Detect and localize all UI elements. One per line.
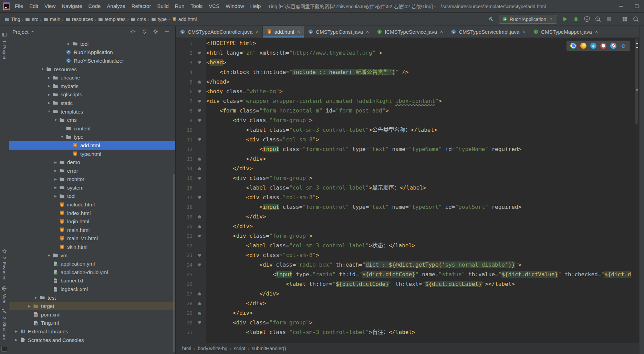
editor-scrollbar[interactable] xyxy=(634,38,639,343)
scrollbar-thumb[interactable] xyxy=(635,39,638,125)
chevron-right-icon[interactable]: ▶ xyxy=(46,254,52,257)
edge-icon[interactable]: e xyxy=(620,43,626,49)
chevron-down-icon[interactable]: ▼ xyxy=(46,110,52,113)
breadcrumb-item-add-html[interactable]: 5add.html xyxy=(171,17,198,22)
menu-window[interactable]: Window xyxy=(222,0,247,12)
tree-item-resources[interactable]: ▼resources xyxy=(9,65,175,74)
fold-marker-icon[interactable] xyxy=(193,289,206,299)
fold-marker-icon[interactable] xyxy=(193,173,206,183)
maximize-button[interactable] xyxy=(629,0,644,12)
chevron-right-icon[interactable]: ▶ xyxy=(52,161,59,164)
fold-marker-icon[interactable] xyxy=(193,299,206,308)
build-hammer-icon[interactable] xyxy=(488,16,494,22)
breadcrumb-item-cms[interactable]: cms xyxy=(129,17,147,22)
tree-item-demo[interactable]: ▶demo xyxy=(9,158,175,167)
menu-view[interactable]: View xyxy=(41,0,59,12)
tree-item-test[interactable]: ▶test xyxy=(9,293,175,302)
tree-item-external-libraries[interactable]: ▶External Libraries xyxy=(9,327,175,336)
tree-item-cms[interactable]: ▼cms xyxy=(9,116,175,124)
tree-item-content[interactable]: content xyxy=(9,124,175,133)
tab-cmstypeaddcontroller-java[interactable]: CCMSTypeAddController.java× xyxy=(176,26,263,37)
close-icon[interactable]: × xyxy=(522,29,525,34)
fold-marker-icon[interactable] xyxy=(193,106,206,116)
tool-button-z-structure[interactable]: Z: Structure xyxy=(2,317,7,340)
editor[interactable]: 1<!DOCTYPE html>2<html lang="zh" xmlns:t… xyxy=(176,38,639,343)
fold-marker-icon[interactable] xyxy=(193,48,206,58)
chevron-down-icon[interactable]: ▼ xyxy=(52,118,59,122)
run-config-select[interactable]: RuoYiApplication xyxy=(499,15,557,24)
tree-item-templates[interactable]: ▼templates xyxy=(9,107,175,116)
chevron-right-icon[interactable]: ▶ xyxy=(33,296,39,299)
tab-icmstypeservice-java[interactable]: IICMSTypeService.java× xyxy=(373,26,447,37)
tool-button-2-favorites[interactable]: 2: Favorites xyxy=(2,257,7,280)
tree-item-type-html[interactable]: 5type.html xyxy=(9,150,175,158)
tree-item-main-html[interactable]: 5main.html xyxy=(9,226,175,234)
menu-refactor[interactable]: Refactor xyxy=(128,0,154,12)
opera-icon[interactable] xyxy=(600,43,606,49)
tab-cmstypeconst-java[interactable]: CCMSTypeConst.java× xyxy=(304,26,373,37)
fold-marker-icon[interactable] xyxy=(193,231,206,241)
menu-tools[interactable]: Tools xyxy=(187,0,206,12)
chevron-right-icon[interactable]: ▶ xyxy=(13,338,20,342)
safari-icon[interactable] xyxy=(610,43,616,49)
breadcrumb-item-ting[interactable]: Ting xyxy=(3,17,21,22)
tree-item-include-html[interactable]: 5include.html xyxy=(9,200,175,209)
tree-item-login-html[interactable]: 5login.html xyxy=(9,217,175,226)
menu-help[interactable]: Help xyxy=(247,0,264,12)
breadcrumb-html[interactable]: html xyxy=(181,346,193,351)
tab-add-html[interactable]: 5add.html× xyxy=(263,26,304,37)
tree-item-add-html[interactable]: 5add.html xyxy=(9,141,175,150)
tree-item-application-druid-yml[interactable]: application-druid.yml xyxy=(9,268,175,277)
tree-item-tool[interactable]: ▶tool xyxy=(9,192,175,201)
project-tree-scrollbar[interactable] xyxy=(173,174,175,353)
chevron-right-icon[interactable]: ▶ xyxy=(46,93,52,96)
chevron-right-icon[interactable]: ▶ xyxy=(52,178,59,181)
tool-window-switcher-icon[interactable] xyxy=(1,347,7,352)
close-icon[interactable]: × xyxy=(595,29,598,34)
chrome-icon[interactable] xyxy=(570,43,577,49)
fold-marker-icon[interactable] xyxy=(193,164,206,173)
tree-item-application-yml[interactable]: application.yml xyxy=(9,259,175,268)
breadcrumb-item-templates[interactable]: templates xyxy=(97,17,127,22)
locate-file-icon[interactable] xyxy=(128,29,138,34)
debug-button[interactable] xyxy=(573,16,579,22)
tab-cmstypemapper-java[interactable]: ICMSTypeMapper.java× xyxy=(529,26,602,37)
menu-analyze[interactable]: Analyze xyxy=(104,0,128,12)
breadcrumb-item-src[interactable]: src xyxy=(24,17,39,22)
breadcrumb-item-type[interactable]: type xyxy=(150,17,168,22)
tree-item-tool[interactable]: ▶tool xyxy=(9,40,175,48)
close-icon[interactable]: × xyxy=(366,29,369,34)
fold-marker-icon[interactable] xyxy=(193,116,206,125)
tree-item-skin-html[interactable]: 5skin.html xyxy=(9,243,175,251)
fold-marker-icon[interactable] xyxy=(193,87,206,96)
tree-item-ehcache[interactable]: ▶ehcache xyxy=(9,73,175,82)
fold-marker-icon[interactable] xyxy=(193,135,206,144)
chevron-down-icon[interactable] xyxy=(30,30,35,34)
minimize-button[interactable] xyxy=(614,0,629,12)
chevron-right-icon[interactable]: ▶ xyxy=(52,186,59,189)
menu-run[interactable]: Run xyxy=(172,0,188,12)
fold-marker-icon[interactable] xyxy=(193,96,206,106)
hide-panel-icon[interactable] xyxy=(162,29,172,34)
chevron-right-icon[interactable]: ▶ xyxy=(13,330,20,333)
chevron-right-icon[interactable]: ▶ xyxy=(65,42,72,45)
tree-item-vm[interactable]: ▶vm xyxy=(9,251,175,260)
close-icon[interactable]: × xyxy=(440,29,443,34)
ie-icon[interactable]: e xyxy=(590,43,596,49)
menu-file[interactable]: File xyxy=(12,0,26,12)
chevron-right-icon[interactable]: ▶ xyxy=(46,84,52,88)
code-area[interactable]: 1<!DOCTYPE html>2<html lang="zh" xmlns:t… xyxy=(176,38,639,343)
menu-build[interactable]: Build xyxy=(154,0,172,12)
tab-cmstypeserviceimpl-java[interactable]: CCMSTypeServiceImpl.java× xyxy=(447,26,529,37)
breadcrumb-item-main[interactable]: main xyxy=(42,17,61,22)
tree-item-ruoyiservletinitializer[interactable]: CRuoYiServletInitializer xyxy=(9,56,175,65)
tool-button-1-project[interactable]: 1: Project xyxy=(2,40,7,59)
tree-item-target[interactable]: ▶target xyxy=(9,302,175,310)
profiler-button[interactable] xyxy=(595,16,601,22)
fold-marker-icon[interactable] xyxy=(193,250,206,260)
tree-item-system[interactable]: ▶system xyxy=(9,183,175,192)
fold-marker-icon[interactable] xyxy=(193,193,206,202)
coverage-button[interactable] xyxy=(584,16,590,22)
menu-navigate[interactable]: Navigate xyxy=(59,0,85,12)
tree-item-logback-xml[interactable]: </>logback.xml xyxy=(9,285,175,293)
